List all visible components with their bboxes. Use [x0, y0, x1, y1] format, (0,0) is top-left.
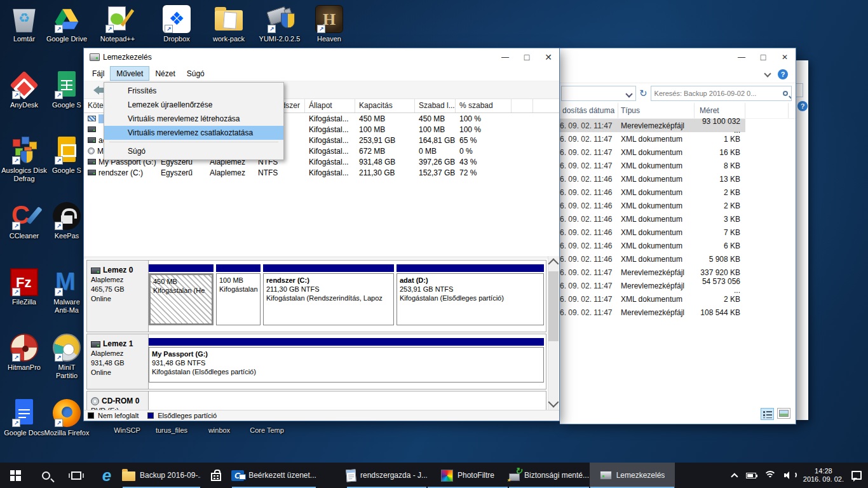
desktop-icon-filezilla[interactable]: ↗FileZilla — [0, 268, 48, 306]
partition-body[interactable]: 100 MBKifogástalan — [216, 273, 261, 325]
refresh-icon[interactable]: ↻ — [639, 86, 648, 100]
desktop-icon-dropbox[interactable]: ↗Dropbox — [153, 5, 201, 43]
search-icon[interactable] — [783, 91, 788, 96]
clock[interactable]: 14:282016. 09. 02. — [803, 467, 844, 484]
file-row[interactable]: 6. 09. 02. 11:46XML dokumentum3 KB — [560, 212, 796, 226]
file-row[interactable]: 6. 09. 02. 11:47XML dokumentum2 KB — [560, 292, 796, 306]
partition-body[interactable]: 450 MBKifogástalan (He — [149, 273, 214, 325]
store-button[interactable] — [201, 463, 231, 488]
disk-row-lemez-0[interactable]: Lemez 0Alaplemez465,75 GBOnline450 MBKif… — [86, 260, 546, 332]
menu-item-virtuális-merevlemez-létrehozása[interactable]: Virtuális merevlemez létrehozása — [104, 112, 283, 126]
speaker-icon[interactable] — [784, 471, 796, 480]
menu-item-súgó[interactable]: Súgó — [104, 144, 283, 158]
file-row[interactable]: 6. 09. 02. 11:46XML dokumentum2 KB — [560, 199, 796, 212]
desktop-icon-notepad-[interactable]: ↗Notepad++ — [93, 5, 142, 43]
file-row[interactable]: 6. 09. 02. 11:46XML dokumentum2 KB — [560, 186, 796, 199]
column-header-blank[interactable] — [512, 99, 533, 112]
scrollbar-thumb[interactable] — [548, 271, 559, 341]
file-row[interactable]: 6. 09. 02. 11:46XML dokumentum13 KB — [560, 172, 796, 186]
file-row[interactable]: 6. 09. 02. 11:47XML dokumentum8 KB — [560, 159, 796, 172]
menu-item-frissítés[interactable]: Frissítés — [104, 84, 283, 98]
desktop-icon-core-temp[interactable]: Core Temp — [243, 424, 291, 435]
desktop-icon-winscp[interactable]: WinSCP — [103, 424, 151, 435]
disk-row-cd-rom-0[interactable]: CD-ROM 0DVD (E:) — [86, 391, 546, 411]
scroll-up-icon[interactable] — [548, 259, 559, 269]
file-column-header[interactable]: dosítás dátuma — [560, 103, 618, 118]
volume-row[interactable]: rendszer (C:)EgyszerűAlaplemezNTFSKifogá… — [84, 167, 559, 178]
desktop-icon-heaven[interactable]: ↗Heaven — [305, 5, 353, 43]
file-row[interactable]: 6. 09. 02. 11:46XML dokumentum6 KB — [560, 239, 796, 252]
search-button[interactable] — [31, 463, 61, 488]
wifi-icon[interactable] — [764, 471, 776, 480]
file-row[interactable]: 6. 09. 02. 11:47XML dokumentum16 KB — [560, 146, 796, 159]
column-header-Szabad l...[interactable]: Szabad l... — [415, 99, 456, 112]
details-view-icon[interactable] — [761, 408, 774, 420]
partition[interactable]: 100 MBKifogástalan — [216, 264, 261, 325]
close-button[interactable]: ✕ — [774, 48, 796, 66]
disk-management-button[interactable]: Lemezkezelés — [590, 463, 675, 488]
battery-icon[interactable] — [746, 473, 756, 478]
file-column-header[interactable]: Méret — [695, 103, 745, 118]
backup-tool-button[interactable]: Biztonsági menté... — [508, 463, 590, 488]
explorer-backup-button[interactable]: Backup 2016-09-... — [122, 463, 201, 488]
file-row[interactable]: 6. 09. 02. 11:47Merevlemezképfájl93 100 … — [560, 119, 745, 132]
desktop-icon-ccleaner[interactable]: ↗CCleaner — [0, 202, 48, 240]
address-bar[interactable] — [561, 86, 636, 101]
scroll-down-icon[interactable] — [548, 397, 559, 408]
partition[interactable]: My Passport (G:)931,48 GB NTFSKifogástal… — [149, 338, 544, 383]
edge-button[interactable]: e — [92, 463, 122, 488]
explorer-titlebar[interactable]: — □ ✕ — [560, 48, 796, 66]
maximize-button[interactable]: □ — [752, 48, 774, 66]
partition-body[interactable]: adat (D:)253,91 GB NTFSKifogástalan (Els… — [397, 273, 544, 325]
dm-titlebar[interactable]: Lemezkezelés — □ ✕ — [84, 48, 559, 66]
desktop-icon-winbox[interactable]: winbox — [195, 424, 243, 435]
partition[interactable]: rendszer (C:)211,30 GB NTFSKifogástalan … — [263, 264, 394, 325]
menu-nézet[interactable]: Nézet — [149, 66, 180, 81]
menu-művelet[interactable]: Művelet — [110, 66, 149, 81]
column-header-% szabad[interactable]: % szabad — [456, 99, 512, 112]
minimize-button[interactable]: — — [494, 48, 516, 66]
partition[interactable]: 450 MBKifogástalan (He — [149, 264, 214, 325]
thumbnail-view-icon[interactable] — [777, 408, 790, 419]
desktop-icon-google-docs[interactable]: ↗Google Docs — [0, 399, 48, 437]
menu-fájl[interactable]: Fájl — [86, 66, 110, 81]
menu-item-lemezek-újraellenőrzése[interactable]: Lemezek újraellenőrzése — [104, 98, 283, 112]
notepad-button[interactable]: rendszergazda - J... — [346, 463, 427, 488]
disk-row-lemez-1[interactable]: Lemez 1Alaplemez931,48 GBOnlineMy Passpo… — [86, 334, 546, 390]
file-row[interactable]: 6. 09. 02. 11:47XML dokumentum1 KB — [560, 132, 796, 146]
file-row[interactable]: 6. 09. 02. 11:47Merevlemezképfájl54 573 … — [560, 279, 796, 292]
desktop-icon-lomt-r[interactable]: Lomtár — [0, 5, 48, 43]
help-icon[interactable]: ? — [797, 101, 808, 111]
file-row[interactable]: 6. 09. 02. 11:47Merevlemezképfájl337 920… — [560, 266, 796, 279]
file-row[interactable]: 6. 09. 02. 11:46XML dokumentum5 908 KB — [560, 252, 796, 266]
desktop-icon-hitmanpro[interactable]: ↗HitmanPro — [0, 334, 48, 372]
partition-body[interactable]: rendszer (C:)211,30 GB NTFSKifogástalan … — [263, 273, 394, 325]
back-icon[interactable] — [89, 86, 99, 95]
desktop-icon-yumi-2-0-2-5[interactable]: ↗YUMI-2.0.2.5 — [255, 5, 304, 43]
menu-súgó[interactable]: Súgó — [181, 66, 210, 81]
file-row[interactable]: 6. 09. 02. 11:47Merevlemezképfájl108 544… — [560, 306, 796, 319]
background-window-sliver[interactable]: ? — [796, 60, 808, 420]
help-icon[interactable]: ? — [778, 69, 788, 79]
desktop-icon-anydesk[interactable]: ↗AnyDesk — [0, 71, 48, 109]
task-view-button[interactable] — [61, 463, 92, 488]
column-header-Állapot[interactable]: Állapot — [305, 99, 355, 112]
minimize-button[interactable]: — — [731, 48, 752, 66]
ribbon-expand-icon[interactable] — [764, 70, 771, 77]
file-row[interactable]: 6. 09. 02. 11:46XML dokumentum7 KB — [560, 226, 796, 239]
column-header-Kapacitás[interactable]: Kapacitás — [355, 99, 415, 112]
close-button[interactable]: ✕ — [538, 48, 559, 66]
explorer-window[interactable]: — □ ✕ ? ↻ Keresés: Backup 2016-09-02 0..… — [560, 48, 796, 424]
action-center-icon[interactable] — [851, 471, 862, 480]
vertical-scrollbar[interactable] — [548, 256, 559, 411]
search-input[interactable]: Keresés: Backup 2016-09-02 0... — [651, 86, 792, 101]
desktop-icon-google-drive[interactable]: ↗Google Drive — [43, 5, 91, 43]
file-column-header[interactable]: Típus — [618, 103, 695, 118]
photofiltre-button[interactable]: PhotoFiltre — [427, 463, 508, 488]
desktop-icon-work-pack[interactable]: work-pack — [205, 5, 253, 43]
partition[interactable]: adat (D:)253,91 GB NTFSKifogástalan (Els… — [397, 264, 544, 325]
tray-expand-icon[interactable] — [731, 473, 738, 480]
desktop-icon-auslogics-disk-defrag[interactable]: ↗Auslogics Disk Defrag — [0, 137, 48, 183]
partition-body[interactable]: My Passport (G:)931,48 GB NTFSKifogástal… — [149, 347, 544, 383]
desktop-icon-turus-files[interactable]: turus_files — [147, 424, 196, 435]
